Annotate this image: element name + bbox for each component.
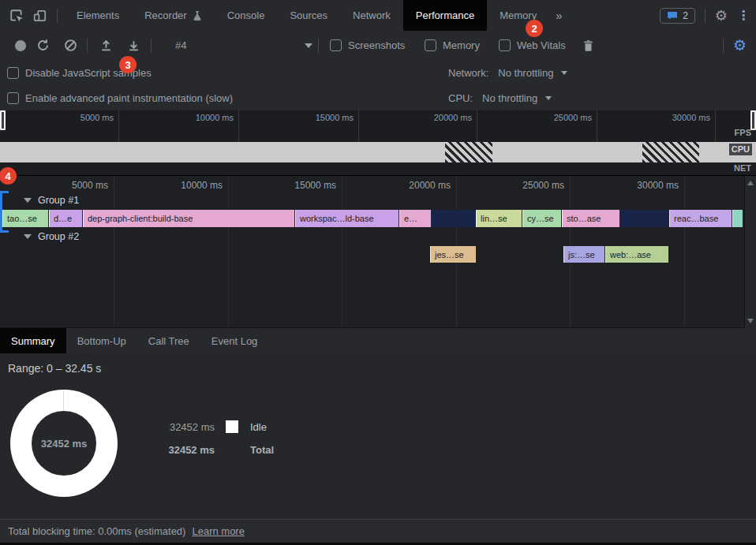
tab-performance[interactable]: Performance: [403, 0, 487, 31]
cpu-lane-label: CPU: [729, 144, 752, 155]
group1-selection-bracket: [0, 191, 10, 233]
flame-bar[interactable]: [732, 210, 743, 227]
more-tabs-chevron[interactable]: »: [549, 0, 568, 31]
tab-console[interactable]: Console: [215, 0, 278, 31]
cpu-busy-hatch: [445, 142, 492, 162]
scroll-down-icon[interactable]: [747, 319, 754, 323]
flame-bar[interactable]: sto…ase: [562, 210, 619, 227]
group2-header[interactable]: Group #2: [24, 231, 79, 242]
checkbox-box: [425, 39, 436, 51]
flame-bar[interactable]: jes…se: [430, 246, 476, 263]
net-lane-label: NET: [734, 163, 751, 173]
flame-tick-label: 25000 ms: [485, 180, 564, 191]
tab-call-tree[interactable]: Call Tree: [137, 328, 200, 354]
learn-more-link[interactable]: Learn more: [192, 525, 244, 537]
overview-tick-label: 10000 ms: [155, 113, 234, 122]
tab-elements[interactable]: Elements: [64, 0, 132, 31]
customize-menu-icon[interactable]: ⋮: [737, 8, 750, 23]
flame-track-2: jes…sejs:…seweb:…ase: [0, 246, 745, 263]
flame-bar[interactable]: workspac…ld-base: [295, 210, 399, 227]
checkbox-box: [7, 67, 19, 79]
toolbar-separator: [151, 39, 152, 53]
cpu-busy-hatch: [642, 142, 699, 162]
screenshots-checkbox[interactable]: Screenshots: [330, 31, 405, 60]
overview-tick-line: [597, 110, 597, 142]
issue-badge-4: 4: [0, 167, 17, 185]
tab-bottom-up[interactable]: Bottom-Up: [66, 328, 137, 354]
load-profile-button[interactable]: [99, 31, 113, 60]
fps-lane-label: FPS: [735, 128, 751, 137]
idle-value: 32452 ms: [164, 421, 215, 433]
gc-trash-button[interactable]: [582, 31, 594, 60]
options-row-2: Enable advanced paint instrumentation (s…: [0, 85, 756, 110]
details-tabbar: Summary Bottom-Up Call Tree Event Log: [0, 327, 756, 354]
record-button[interactable]: [15, 31, 26, 60]
experiment-flask-icon: [193, 10, 202, 21]
overview-tick-label: 30000 ms: [631, 113, 710, 122]
cpu-throttling-value: No throttling: [482, 92, 537, 104]
tab-sources[interactable]: Sources: [277, 0, 340, 31]
collapse-triangle-icon: [24, 234, 32, 239]
capture-settings-gear[interactable]: ⚙: [733, 31, 747, 60]
scroll-up-icon[interactable]: [747, 181, 754, 185]
flame-scrollbar[interactable]: [744, 176, 756, 328]
clear-recording-button[interactable]: [64, 31, 77, 60]
memory-checkbox[interactable]: Memory: [425, 31, 480, 60]
overview-tick-line: [238, 110, 239, 142]
collapse-triangle-icon: [24, 198, 32, 203]
group1-header[interactable]: Group #1: [24, 195, 79, 206]
advanced-paint-checkbox[interactable]: Enable advanced paint instrumentation (s…: [7, 92, 233, 104]
flame-bar[interactable]: reac…base: [669, 210, 732, 227]
flame-bar[interactable]: lin…se: [476, 210, 522, 227]
overview-tick-line: [358, 110, 359, 142]
tab-recorder[interactable]: Recorder: [132, 0, 214, 31]
range-label: Range: 0 – 32.45 s: [8, 362, 101, 375]
settings-gear-icon[interactable]: ⚙: [715, 9, 728, 23]
tab-event-log[interactable]: Event Log: [200, 328, 269, 354]
checkbox-box: [330, 39, 342, 51]
overview-pane[interactable]: FPS CPU NET 5000 ms10000 ms15000 ms20000…: [0, 110, 756, 176]
session-select-caret[interactable]: [305, 31, 313, 60]
inspect-element-icon[interactable]: [5, 5, 28, 27]
tab-network[interactable]: Network: [340, 0, 403, 31]
total-blocking-time-label: Total blocking time: 0.00ms (estimated): [8, 525, 185, 537]
idle-donut-chart: 32452 ms: [10, 390, 118, 497]
total-label: Total: [250, 444, 274, 456]
chevron-down-icon: [305, 43, 313, 48]
console-message-count: 2: [683, 10, 688, 21]
flame-tick-label: 15000 ms: [257, 180, 336, 191]
flame-bar[interactable]: e…: [399, 210, 431, 227]
devtools-performance-panel: Elements Recorder Console Sources Networ…: [0, 0, 756, 545]
device-toolbar-icon[interactable]: [28, 5, 52, 27]
flame-bar[interactable]: cy…se: [522, 210, 561, 227]
options-row-1: Disable JavaScript samples Network: No t…: [0, 60, 756, 85]
flame-bar[interactable]: web:…ase: [605, 246, 668, 263]
reload-and-record-button[interactable]: [36, 31, 50, 60]
footer-bar: Total blocking time: 0.00ms (estimated) …: [0, 519, 756, 543]
flame-bar[interactable]: js:…se: [563, 246, 604, 263]
toolbar-separator: [723, 39, 724, 53]
total-value: 32452 ms: [164, 444, 215, 456]
session-label: #4: [175, 39, 186, 51]
overview-tick-label: 25000 ms: [513, 113, 592, 122]
cpu-throttling-select[interactable]: CPU: No throttling: [448, 92, 552, 104]
overview-left-handle[interactable]: [0, 110, 6, 130]
session-select[interactable]: #4: [175, 31, 186, 60]
flame-tick-label: 10000 ms: [144, 180, 223, 191]
tab-summary[interactable]: Summary: [0, 328, 66, 354]
summary-pane: Range: 0 – 32.45 s 32452 ms 32452 ms Idl…: [0, 353, 756, 519]
donut-total-label: 32452 ms: [10, 390, 118, 497]
flame-bar[interactable]: d…e: [49, 210, 82, 227]
tabbar-right-controls: 2 ⚙ ⋮: [660, 0, 750, 31]
chevron-down-icon: [545, 96, 552, 100]
flame-pane[interactable]: Group #1 tao…sed…edep-graph-client:build…: [0, 175, 756, 328]
overview-tick-label: 5000 ms: [35, 113, 114, 122]
idle-swatch: [226, 420, 238, 433]
flame-bar[interactable]: dep-graph-client:build-base: [83, 210, 294, 227]
toolbar-separator: [87, 39, 88, 53]
console-messages-button[interactable]: 2: [660, 8, 695, 24]
network-throttling-select[interactable]: Network: No throttling: [448, 67, 567, 79]
overview-right-handle[interactable]: [750, 110, 756, 130]
flame-tick-label: 20000 ms: [372, 180, 451, 191]
gear-icon-blue: ⚙: [733, 38, 747, 53]
